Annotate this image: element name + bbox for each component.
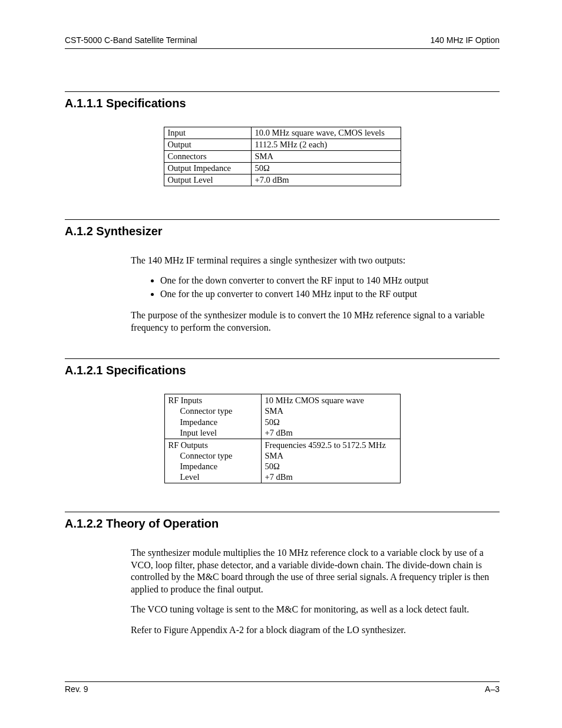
table-row: RF Outputs Connector type Impedance Leve… <box>164 439 400 483</box>
cell-label: Output Level <box>164 174 251 186</box>
cell-value: +7.0 dBm <box>251 174 401 186</box>
footer-rule <box>65 681 500 682</box>
spec-table-a111: Input 10.0 MHz square wave, CMOS levels … <box>164 127 401 186</box>
cell-value: 1112.5 MHz (2 each) <box>251 139 401 151</box>
header-rule <box>65 48 500 49</box>
cell-label: RF Outputs Connector type Impedance Leve… <box>164 439 261 483</box>
page-header: CST-5000 C-Band Satellite Terminal 140 M… <box>65 35 500 45</box>
heading-a111: A.1.1.1 Specifications <box>65 97 500 110</box>
group-value: Frequencies 4592.5 to 5172.5 MHz <box>265 440 386 450</box>
sub-label: Level <box>168 472 256 482</box>
sub-value: +7 dBm <box>265 427 395 438</box>
sub-value: SMA <box>265 406 395 416</box>
cell-label: Output Impedance <box>164 163 251 174</box>
sub-label: Impedance <box>168 417 256 427</box>
group-title: RF Outputs <box>168 440 208 450</box>
section-rule <box>65 512 500 512</box>
group-value: 10 MHz CMOS square wave <box>265 396 364 405</box>
paragraph: Refer to Figure Appendix A-2 for a block… <box>131 624 500 636</box>
section-rule <box>65 91 500 92</box>
paragraph: The VCO tuning voltage is sent to the M&… <box>131 604 500 615</box>
sub-label: Connector type <box>168 450 256 461</box>
cell-value: SMA <box>251 151 401 163</box>
table-row: Output Level +7.0 dBm <box>164 174 401 186</box>
section-rule <box>65 358 500 359</box>
sub-label: Impedance <box>168 461 256 472</box>
table-row: RF Inputs Connector type Impedance Input… <box>164 394 400 439</box>
heading-a121: A.1.2.1 Specifications <box>65 364 500 377</box>
cell-label: Output <box>164 139 251 151</box>
section-rule <box>65 219 500 220</box>
table-row: Output 1112.5 MHz (2 each) <box>164 139 401 151</box>
body-a122: The synthesizer module multiplies the 10… <box>131 547 500 636</box>
sub-value: 50Ω <box>265 417 395 427</box>
spec-table-a121: RF Inputs Connector type Impedance Input… <box>164 394 401 483</box>
cell-label: Connectors <box>164 151 251 163</box>
list-item: One for the down converter to convert th… <box>160 275 500 286</box>
paragraph: The purpose of the synthesizer module is… <box>131 309 500 334</box>
footer-left: Rev. 9 <box>65 684 88 694</box>
sub-label: Connector type <box>168 406 256 416</box>
page-footer: Rev. 9 A–3 <box>65 681 500 694</box>
cell-value: 10 MHz CMOS square wave SMA 50Ω +7 dBm <box>261 394 400 439</box>
table-row: Output Impedance 50Ω <box>164 163 401 174</box>
sub-value: 50Ω <box>265 461 395 472</box>
cell-value: 50Ω <box>251 163 401 174</box>
cell-value: Frequencies 4592.5 to 5172.5 MHz SMA 50Ω… <box>261 439 400 483</box>
cell-label: Input <box>164 127 251 139</box>
sub-label: Input level <box>168 427 256 438</box>
header-right: 140 MHz IF Option <box>431 35 500 45</box>
header-left: CST-5000 C-Band Satellite Terminal <box>65 35 197 45</box>
bullet-list: One for the down converter to convert th… <box>160 275 500 300</box>
cell-value: 10.0 MHz square wave, CMOS levels <box>251 127 401 139</box>
heading-a12: A.1.2 Synthesizer <box>65 225 500 238</box>
body-a12: The 140 MHz IF terminal requires a singl… <box>131 255 500 334</box>
group-title: RF Inputs <box>168 396 203 405</box>
list-item: One for the up converter to convert 140 … <box>160 288 500 300</box>
sub-value: SMA <box>265 450 395 461</box>
table-row: Connectors SMA <box>164 151 401 163</box>
heading-a122: A.1.2.2 Theory of Operation <box>65 517 500 531</box>
sub-value: +7 dBm <box>265 472 395 482</box>
footer-right: A–3 <box>485 684 500 694</box>
paragraph: The 140 MHz IF terminal requires a singl… <box>131 255 500 266</box>
paragraph: The synthesizer module multiplies the 10… <box>131 547 500 595</box>
table-row: Input 10.0 MHz square wave, CMOS levels <box>164 127 401 139</box>
cell-label: RF Inputs Connector type Impedance Input… <box>164 394 261 439</box>
